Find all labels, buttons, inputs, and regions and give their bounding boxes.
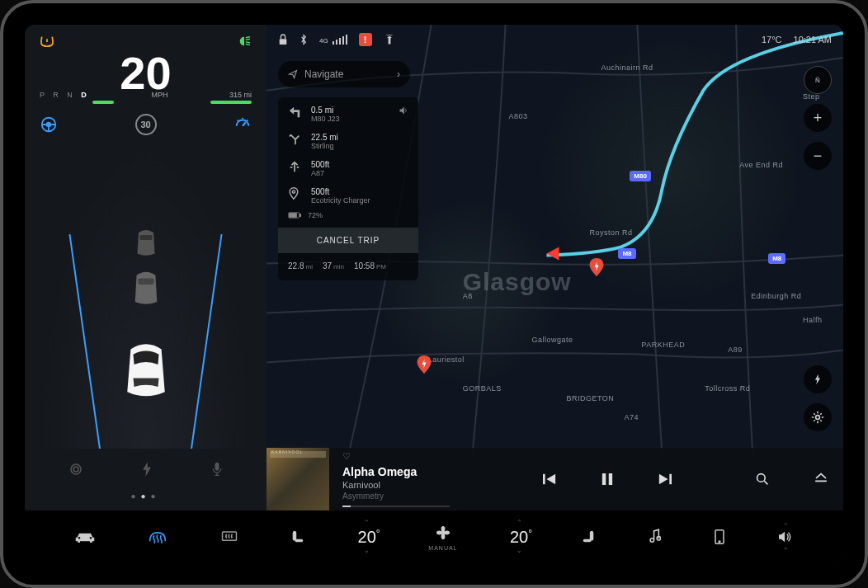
media-expand-button[interactable] [814, 473, 828, 486]
seat-heat-left-button[interactable] [290, 529, 305, 545]
chevron-right-icon: › [397, 68, 400, 80]
cancel-trip-button[interactable]: CANCEL TRIP [278, 228, 418, 253]
svg-rect-6 [215, 463, 219, 471]
svg-rect-14 [608, 473, 611, 485]
gear-selector: P R N D [40, 91, 90, 99]
speed-limit-sign: 30 [135, 114, 157, 135]
page-dots[interactable]: ●●● [40, 492, 252, 501]
tpms-warning-icon [40, 35, 54, 48]
map-road-label: PARKHEAD [641, 341, 685, 349]
map-road-label: Lauriestol [428, 355, 465, 364]
compass-button[interactable]: Ñ [804, 66, 832, 94]
ego-vehicle-icon [120, 337, 172, 406]
temp-left-button[interactable]: ⌃20⌄ [358, 520, 376, 553]
charger-pin-icon[interactable] [417, 355, 432, 374]
map-city-label: Glasgow [463, 268, 572, 296]
svg-point-16 [757, 474, 766, 482]
seat-heat-right-button[interactable] [581, 529, 596, 545]
navigate-label: Navigate [304, 68, 343, 80]
camera-button[interactable] [68, 462, 83, 477]
navigation-directions-panel: 0.5 miM80 J2322.5 miStirling500ftA87500f… [278, 97, 418, 280]
straight-icon [288, 160, 303, 173]
play-pause-button[interactable] [601, 473, 613, 486]
nav-mute-icon[interactable] [399, 106, 408, 115]
defrost-front-button[interactable] [148, 529, 167, 544]
motorway-shield: M80 [630, 171, 651, 181]
svg-rect-7 [280, 39, 287, 45]
map-road-label: A89 [728, 346, 743, 354]
map-road-label: Tollcross Rd [705, 384, 750, 393]
charging-button[interactable] [141, 462, 153, 477]
trip-summary: 22.8mi 37min 10:58PM [288, 253, 408, 272]
svg-rect-12 [543, 474, 545, 484]
track-title: Alpha Omega [342, 465, 458, 478]
zoom-out-button[interactable]: − [804, 142, 832, 170]
nav-step: 0.5 miM80 J23 [288, 106, 408, 123]
navigate-arrow-icon [288, 69, 298, 79]
svg-point-8 [292, 191, 295, 193]
destination-icon [288, 187, 303, 200]
nav-step: 500ftA87 [288, 160, 408, 177]
instrument-cluster: 20 P R N D MPH 315 mi 30 ●●● [25, 25, 267, 510]
range-value: 315 mi [229, 91, 252, 99]
svg-point-5 [73, 467, 78, 472]
autopilot-visualization [40, 142, 252, 449]
map-pane[interactable]: Glasgow Auchinairn RdRoyston RdGallowgat… [267, 25, 843, 510]
arrival-battery: 72% [308, 211, 323, 219]
svg-rect-2 [139, 235, 152, 240]
speed-unit: MPH [151, 91, 167, 99]
previous-track-button[interactable] [542, 473, 557, 486]
alert-icon[interactable]: ! [359, 33, 372, 46]
map-road-label: Halfh [803, 316, 823, 324]
media-search-button[interactable] [756, 473, 769, 486]
favorite-icon[interactable]: ♡ [342, 451, 458, 462]
speed-value: 20 [40, 53, 252, 94]
map-road-label: A74 [624, 413, 639, 421]
lock-icon[interactable] [278, 34, 288, 45]
svg-rect-10 [290, 214, 297, 218]
next-track-button[interactable] [658, 473, 672, 486]
car-controls-button[interactable] [74, 530, 96, 543]
headlight-icon [237, 35, 252, 47]
svg-rect-13 [601, 473, 605, 485]
navigate-search[interactable]: Navigate › [278, 61, 410, 87]
clock: 10:21 AM [794, 35, 832, 45]
svg-rect-3 [138, 278, 153, 285]
map-settings-button[interactable] [804, 403, 832, 431]
zoom-in-button[interactable]: + [804, 104, 832, 132]
svg-point-1 [47, 123, 51, 127]
temp-right-button[interactable]: ⌃20⌄ [510, 520, 528, 553]
map-road-label: Gallowgate [532, 336, 573, 344]
album-art[interactable]: KARNIVOOL [267, 448, 329, 510]
volume-button[interactable]: ⌃⌄ [777, 524, 794, 551]
track-progress[interactable] [342, 506, 450, 507]
motorway-shield: M8 [768, 253, 785, 264]
svg-rect-15 [669, 474, 672, 484]
chargers-button[interactable] [804, 365, 832, 393]
autosteer-icon [40, 115, 58, 134]
nav-step: 500ftEcotricity Charger [288, 187, 408, 205]
media-player: KARNIVOOL ♡ Alpha Omega Karnivool Asymme… [267, 448, 843, 510]
svg-rect-17 [222, 532, 236, 540]
motorway-shield: M8 [618, 248, 635, 259]
phone-app-button[interactable] [714, 529, 725, 545]
map-road-label: Edinburgh Rd [751, 292, 801, 300]
defrost-rear-button[interactable] [220, 529, 238, 544]
voice-button[interactable] [211, 462, 223, 477]
track-album: Asymmetry [342, 492, 458, 501]
map-road-label: GORBALS [463, 384, 502, 393]
map-road-label: BRIDGETON [566, 394, 614, 402]
tacc-icon [234, 115, 252, 134]
nav-step: 22.5 miStirling [288, 133, 408, 150]
track-artist: Karnivool [342, 480, 458, 490]
fork-left-icon [288, 133, 303, 146]
outside-temp: 17°C [762, 35, 782, 45]
charger-pin-icon[interactable] [589, 258, 604, 276]
turn-left-icon [288, 106, 303, 119]
signal-icon: 4G [319, 35, 347, 45]
fan-button[interactable]: MANUAL [428, 524, 457, 551]
bluetooth-icon[interactable] [300, 34, 308, 45]
music-app-button[interactable] [648, 529, 661, 545]
tesla-logo-icon[interactable] [384, 34, 395, 45]
status-bar: 4G ! 17°C 10:21 AM [267, 25, 843, 54]
